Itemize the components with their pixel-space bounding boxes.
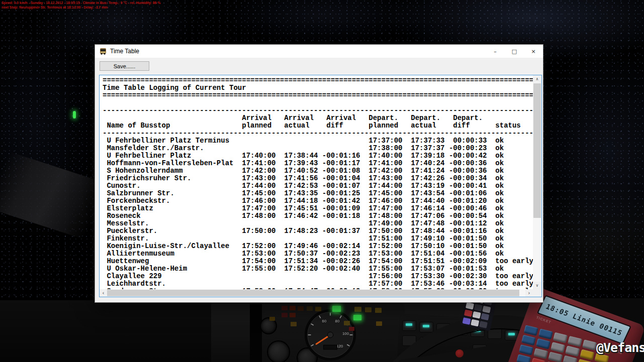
timetable-log-text: ========================================… [100,75,533,289]
speedo-label-120: 120 [337,344,343,348]
scroll-left-icon[interactable]: ‹ [100,289,107,297]
ticket-key[interactable] [580,349,594,360]
ticket-key[interactable] [516,354,531,362]
indicator-lamp [269,317,275,321]
indicator-lamp [282,306,288,310]
switch-light-icon [406,323,412,326]
indicator-lamp [291,322,297,326]
pressure-gauge [267,340,290,362]
timetable-log-viewport: ========================================… [100,75,533,289]
indicator-lamp [376,321,382,326]
scrollbar-corner [533,289,541,297]
indicator-lamp [349,327,354,331]
hud-next-stop-line: next Stop: Neuruppiner Str. Terminus at … [2,6,160,10]
rocker-switch[interactable] [402,320,416,331]
ticket-key[interactable] [536,338,550,349]
indicator-lamp [307,306,313,311]
watermark: @Vefans [596,340,644,355]
ticket-key[interactable] [519,344,533,355]
indicator-lamp [332,306,341,312]
speedo-label-100: 100 [342,331,349,336]
minimize-button[interactable]: – [486,45,505,58]
ticket-key[interactable] [550,342,565,353]
timetable-window: Time Table – □ × Save...... ============… [95,44,543,303]
indicator-lamp [290,313,296,317]
window-title: Time Table [110,48,139,55]
timetable-log[interactable]: ========================================… [99,75,542,297]
emergency-button[interactable] [455,349,464,357]
windshield-pillar [250,301,262,362]
indicator-lamp [282,313,288,317]
traffic-light-green-icon [73,111,76,118]
horizontal-scroll-thumb[interactable] [107,290,519,296]
ticket-key[interactable] [565,345,580,356]
maximize-button[interactable]: □ [505,45,524,58]
speedo-label-80: 80 [335,319,340,323]
rocker-switch[interactable] [419,322,433,332]
ticket-key[interactable] [563,355,577,362]
scroll-right-icon[interactable]: › [525,289,533,297]
game-screen: Speed: 0.0 km/h - Sunday - 16.12.2012 - … [0,0,644,362]
cockpit-left-panel [0,300,216,362]
indicator-lamp [375,308,382,313]
speedometer: 60 80 100 120 [304,308,357,361]
indicator-lamp [298,306,304,311]
hud-overlay: Speed: 0.0 km/h - Sunday - 16.12.2012 - … [2,1,160,10]
vertical-scrollbar[interactable]: ∧ ∨ [533,75,541,289]
speedo-label-60: 60 [322,319,327,323]
ticket-key[interactable] [533,348,548,359]
horizontal-scrollbar[interactable]: ‹ › [100,289,533,297]
hud-status-line: Speed: 0.0 km/h - Sunday - 16.12.2012 - … [2,1,160,6]
scroll-up-icon[interactable]: ∧ [533,75,541,83]
scroll-down-icon[interactable]: ∨ [533,282,541,289]
indicator-lamp [365,307,372,312]
indicator-lamp [353,315,361,320]
save-button[interactable]: Save...... [100,61,149,71]
indicator-lamp [290,306,296,310]
window-titlebar[interactable]: Time Table – □ × [95,45,543,58]
indicator-lamp [344,321,350,325]
switch-light-icon [423,325,429,327]
ticket-key[interactable] [521,335,536,346]
close-button[interactable]: × [524,45,543,58]
indicator-lamp [354,307,361,312]
indicator-lamp [315,307,321,311]
bus-app-icon [99,47,107,55]
ticket-key[interactable] [548,351,563,362]
vertical-scroll-thumb[interactable] [533,83,541,218]
